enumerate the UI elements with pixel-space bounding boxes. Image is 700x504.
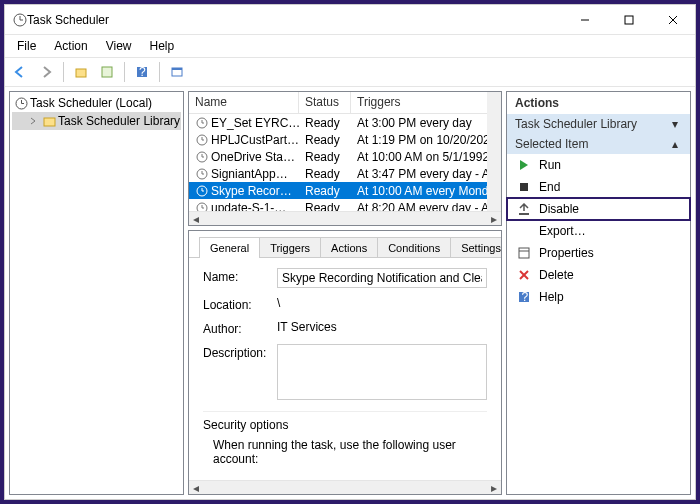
task-list-header: Name Status Triggers (189, 92, 501, 114)
tree-library-label: Task Scheduler Library (58, 114, 180, 128)
clock-icon (195, 133, 209, 147)
refresh-button[interactable] (96, 61, 118, 83)
task-name: update-S-1-… (211, 201, 286, 212)
task-trigger: At 3:47 PM every day - After trigger (351, 167, 501, 181)
close-button[interactable] (651, 5, 695, 35)
stop-icon (517, 180, 531, 194)
clock-icon (195, 201, 209, 212)
actions-header: Actions (507, 92, 690, 114)
tab-actions[interactable]: Actions (320, 237, 378, 258)
horizontal-scrollbar[interactable]: ◂ ▸ (189, 211, 501, 225)
task-list-body: EY_Set EYRC…ReadyAt 3:00 PM every dayHPL… (189, 114, 501, 211)
svg-rect-37 (519, 248, 529, 258)
help-toolbar-button[interactable]: ? (131, 61, 153, 83)
vertical-scrollbar[interactable] (487, 92, 501, 211)
task-row[interactable]: HPLJCustPart…ReadyAt 1:19 PM on 10/20/20… (189, 131, 501, 148)
col-name[interactable]: Name (189, 92, 299, 113)
action-run[interactable]: Run (507, 154, 690, 176)
play-icon (517, 158, 531, 172)
task-status: Ready (299, 167, 351, 181)
svg-text:?: ? (139, 65, 146, 79)
action-disable[interactable]: Disable (507, 198, 690, 220)
disable-icon (517, 202, 531, 216)
task-name: OneDrive Sta… (211, 150, 295, 164)
svg-rect-8 (102, 67, 112, 77)
tab-conditions[interactable]: Conditions (377, 237, 451, 258)
svg-rect-36 (519, 213, 529, 215)
task-status: Ready (299, 201, 351, 212)
col-triggers[interactable]: Triggers (351, 92, 501, 113)
task-list: Name Status Triggers EY_Set EYRC…ReadyAt… (188, 91, 502, 226)
show-hide-button[interactable] (166, 61, 188, 83)
task-status: Ready (299, 184, 351, 198)
middle-panel: Name Status Triggers EY_Set EYRC…ReadyAt… (188, 91, 502, 495)
app-icon (13, 13, 27, 27)
task-trigger: At 10:00 AM every Monday of ever (351, 184, 501, 198)
tree-root-label: Task Scheduler (Local) (30, 96, 152, 110)
name-field[interactable] (277, 268, 487, 288)
scroll-right-icon[interactable]: ▸ (487, 212, 501, 226)
titlebar: Task Scheduler (5, 5, 695, 35)
folder-icon (42, 114, 56, 128)
tab-content-general: Name: Location: \ Author: IT Services De… (189, 257, 501, 480)
task-row[interactable]: Skype Recor…ReadyAt 10:00 AM every Monda… (189, 182, 501, 199)
details-hscroll[interactable]: ◂ ▸ (189, 480, 501, 494)
menu-action[interactable]: Action (46, 37, 95, 55)
help-icon: ? (517, 290, 531, 304)
task-name: EY_Set EYRC… (211, 116, 299, 130)
account-label: When running the task, use the following… (203, 438, 487, 466)
tree-root[interactable]: Task Scheduler (Local) (12, 94, 181, 112)
clock-icon (195, 150, 209, 164)
tab-triggers[interactable]: Triggers (259, 237, 321, 258)
menu-view[interactable]: View (98, 37, 140, 55)
task-name: Skype Recor… (211, 184, 292, 198)
actions-panel: Actions Task Scheduler Library ▾ Selecte… (506, 91, 691, 495)
action-end[interactable]: End (507, 176, 690, 198)
task-row[interactable]: SigniantApp…ReadyAt 3:47 PM every day - … (189, 165, 501, 182)
svg-rect-12 (172, 68, 182, 70)
svg-rect-7 (76, 69, 86, 77)
folder-up-button[interactable] (70, 61, 92, 83)
delete-icon (517, 268, 531, 282)
scroll-left-icon[interactable]: ◂ (189, 481, 203, 495)
action-properties[interactable]: Properties (507, 242, 690, 264)
scroll-left-icon[interactable]: ◂ (189, 212, 203, 226)
main-window: Task Scheduler File Action View Help ? T… (4, 4, 696, 500)
task-trigger: At 10:00 AM on 5/1/1992 - After trig (351, 150, 501, 164)
author-label: Author: (203, 320, 277, 336)
menu-help[interactable]: Help (142, 37, 183, 55)
svg-rect-4 (625, 16, 633, 24)
task-row[interactable]: EY_Set EYRC…ReadyAt 3:00 PM every day (189, 114, 501, 131)
task-trigger: At 8:20 AM every day - After trigge (351, 201, 501, 212)
tab-general[interactable]: General (199, 237, 260, 258)
description-field[interactable] (277, 344, 487, 400)
maximize-button[interactable] (607, 5, 651, 35)
svg-text:?: ? (522, 291, 529, 303)
svg-rect-16 (44, 118, 55, 126)
actions-section-library[interactable]: Task Scheduler Library ▾ (507, 114, 690, 134)
body: Task Scheduler (Local) Task Scheduler Li… (5, 87, 695, 499)
minimize-button[interactable] (563, 5, 607, 35)
action-help[interactable]: ? Help (507, 286, 690, 308)
actions-section-selected[interactable]: Selected Item ▴ (507, 134, 690, 154)
clock-icon (14, 96, 28, 110)
tab-settings[interactable]: Settings (450, 237, 502, 258)
location-value: \ (277, 296, 487, 310)
scroll-right-icon[interactable]: ▸ (487, 481, 501, 495)
task-row[interactable]: OneDrive Sta…ReadyAt 10:00 AM on 5/1/199… (189, 148, 501, 165)
menu-file[interactable]: File (9, 37, 44, 55)
action-export[interactable]: Export… (507, 220, 690, 242)
export-icon (517, 224, 531, 238)
forward-button[interactable] (35, 61, 57, 83)
action-delete[interactable]: Delete (507, 264, 690, 286)
clock-icon (195, 167, 209, 181)
tree-library[interactable]: Task Scheduler Library (12, 112, 181, 130)
clock-icon (195, 116, 209, 130)
clock-icon (195, 184, 209, 198)
svg-rect-35 (520, 183, 528, 191)
col-status[interactable]: Status (299, 92, 351, 113)
details-panel: GeneralTriggersActionsConditionsSettings… (188, 230, 502, 495)
task-row[interactable]: update-S-1-…ReadyAt 8:20 AM every day - … (189, 199, 501, 211)
task-trigger: At 1:19 PM on 10/20/2020 - After tri (351, 133, 501, 147)
back-button[interactable] (9, 61, 31, 83)
